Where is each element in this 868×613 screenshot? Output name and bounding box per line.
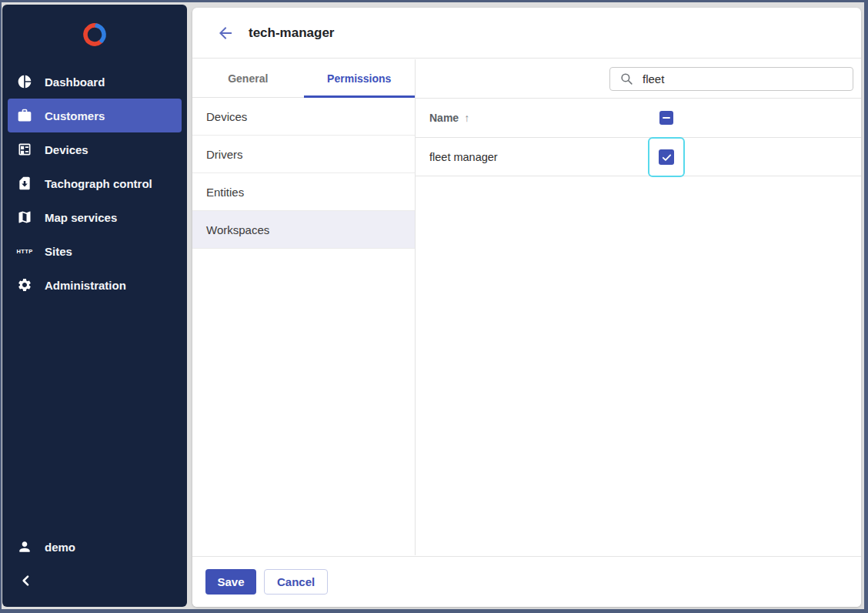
column-header-name[interactable]: Name bbox=[429, 112, 459, 124]
sidebar-item-dashboard[interactable]: Dashboard bbox=[2, 65, 187, 99]
app-window: Dashboard Customers Devices Tachograph c… bbox=[0, 0, 868, 613]
tab-permissions[interactable]: Permissions bbox=[304, 59, 416, 97]
arrow-left-icon bbox=[216, 24, 235, 42]
user-menu[interactable]: demo bbox=[2, 530, 187, 564]
workspace-table-panel: Name ↑ fleet manager bbox=[416, 59, 861, 555]
sidebar-item-label: Customers bbox=[45, 109, 105, 122]
sidebar-item-label: Tachograph control bbox=[45, 177, 152, 190]
section-label: Workspaces bbox=[206, 223, 269, 236]
tab-bar: General Permissions bbox=[192, 59, 415, 98]
sidebar-nav: Dashboard Customers Devices Tachograph c… bbox=[2, 65, 187, 302]
briefcase-icon bbox=[16, 107, 33, 124]
app-logo bbox=[2, 5, 187, 65]
sidebar-item-label: Map services bbox=[45, 211, 117, 224]
tab-label: General bbox=[228, 72, 268, 85]
back-button[interactable] bbox=[215, 23, 235, 43]
card-download-icon bbox=[16, 175, 33, 192]
page-title: tech-manager bbox=[249, 25, 334, 41]
permission-section-list: Devices Drivers Entities Workspaces bbox=[192, 98, 415, 249]
sidebar-bottom: demo bbox=[2, 530, 187, 598]
section-label: Devices bbox=[206, 110, 247, 123]
section-item-drivers[interactable]: Drivers bbox=[192, 136, 415, 173]
person-icon bbox=[16, 538, 33, 555]
sidebar-item-label: Dashboard bbox=[45, 75, 105, 89]
action-bar: Save Cancel bbox=[192, 556, 861, 607]
pie-chart-icon bbox=[16, 73, 33, 90]
sidebar-item-label: Devices bbox=[45, 143, 88, 156]
checkbox-focus-ring bbox=[648, 137, 685, 177]
sidebar-item-customers[interactable]: Customers bbox=[8, 99, 182, 132]
tab-general[interactable]: General bbox=[192, 59, 304, 97]
grid-table-icon bbox=[16, 141, 33, 158]
check-icon bbox=[661, 152, 673, 163]
search-icon bbox=[619, 72, 634, 86]
http-icon: HTTP bbox=[16, 243, 33, 260]
tab-label: Permissions bbox=[327, 72, 391, 85]
cancel-button[interactable]: Cancel bbox=[264, 569, 328, 595]
sidebar-item-administration[interactable]: Administration bbox=[2, 268, 187, 302]
detail-panel: tech-manager General Permissions Devices bbox=[192, 8, 861, 607]
search-box bbox=[609, 67, 853, 91]
section-label: Entities bbox=[206, 186, 244, 199]
detail-body: General Permissions Devices Drivers Enti… bbox=[192, 59, 861, 555]
map-icon bbox=[16, 209, 33, 226]
sidebar-collapse-button[interactable] bbox=[2, 564, 187, 598]
row-checkbox[interactable] bbox=[659, 149, 674, 165]
sidebar-item-label: Administration bbox=[45, 279, 126, 292]
sidebar-item-tachograph-control[interactable]: Tachograph control bbox=[2, 166, 187, 200]
sidebar-item-label: Sites bbox=[45, 245, 72, 258]
sort-ascending-icon[interactable]: ↑ bbox=[464, 112, 469, 124]
user-label: demo bbox=[45, 541, 75, 554]
workspace-name-cell: fleet manager bbox=[429, 151, 498, 163]
section-item-entities[interactable]: Entities bbox=[192, 173, 415, 211]
select-all-checkbox[interactable] bbox=[659, 111, 673, 125]
section-item-devices[interactable]: Devices bbox=[192, 98, 415, 136]
detail-header: tech-manager bbox=[192, 8, 861, 59]
save-button[interactable]: Save bbox=[205, 569, 256, 595]
table-row[interactable]: fleet manager bbox=[416, 138, 861, 176]
search-row bbox=[416, 59, 861, 99]
sidebar: Dashboard Customers Devices Tachograph c… bbox=[2, 5, 187, 607]
permissions-column: General Permissions Devices Drivers Enti… bbox=[192, 59, 416, 555]
sidebar-item-sites[interactable]: HTTP Sites bbox=[2, 234, 187, 268]
search-input[interactable] bbox=[643, 72, 853, 85]
table-header-row: Name ↑ bbox=[416, 99, 861, 138]
logo-icon bbox=[79, 19, 110, 50]
gear-icon bbox=[16, 276, 33, 293]
section-item-workspaces[interactable]: Workspaces bbox=[192, 211, 415, 249]
sidebar-item-map-services[interactable]: Map services bbox=[2, 200, 187, 234]
sidebar-item-devices[interactable]: Devices bbox=[2, 132, 187, 166]
chevron-left-icon bbox=[18, 572, 35, 589]
section-label: Drivers bbox=[206, 148, 243, 161]
minus-icon bbox=[663, 117, 670, 119]
